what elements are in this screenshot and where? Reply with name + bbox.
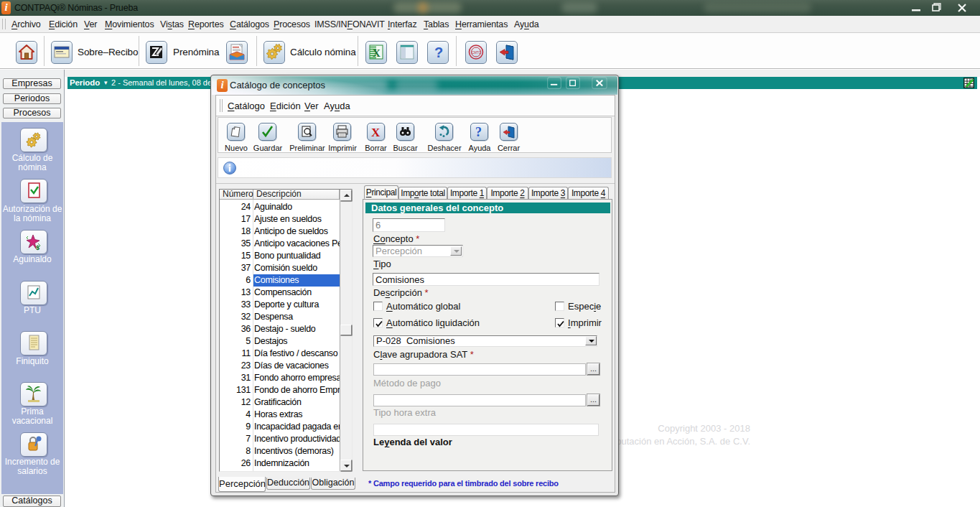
svg-text:?: ? [434, 45, 443, 60]
svg-text:X: X [373, 47, 381, 59]
svg-text:X: X [371, 126, 381, 139]
svg-text:CMTO: CMTO [472, 51, 482, 55]
svg-text:?: ? [475, 125, 482, 139]
svg-text:$: $ [36, 244, 39, 251]
